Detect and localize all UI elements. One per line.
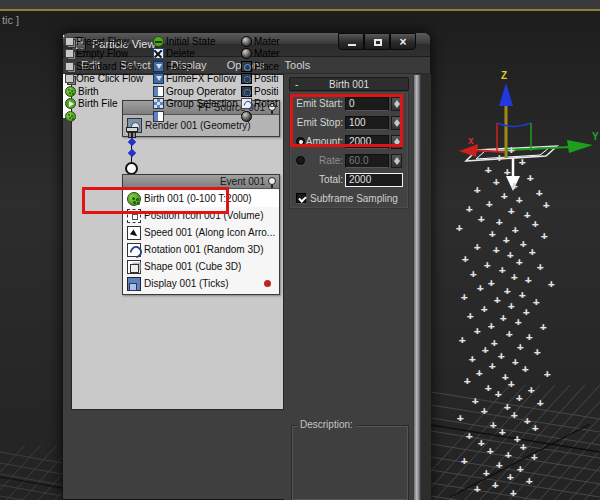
depot-item-clipped[interactable] [241,110,254,118]
depot-item-group-operator[interactable]: Group Operator [153,85,236,97]
operator-row-rotation[interactable]: Rotation 001 (Random 3D) [123,241,279,258]
rotation-icon [127,243,141,257]
flow-icon [65,37,74,46]
window-right-border [421,74,431,500]
birth-icon [65,111,76,119]
particle-tick: + [533,296,540,307]
depot-item-positi[interactable]: Positi [241,73,276,85]
particle-tick: + [506,328,513,339]
rate-field[interactable]: 60.0 [345,154,389,168]
depot-item-force[interactable]: Force [153,60,192,72]
operator-label: Rotation 001 (Random 3D) [144,244,264,255]
menu-tools[interactable]: Tools [275,59,321,71]
particle-tick: + [487,445,494,456]
depot-item-mater[interactable]: Mater [241,48,276,60]
particle-tick: + [501,190,508,201]
particle-tick: + [532,218,539,229]
particle-tick: + [525,274,532,285]
particle-tick: + [477,282,484,293]
birth-highlight-rectangle [82,187,229,214]
depot-item-delete[interactable]: Delete [153,48,195,60]
depot-item-positi[interactable]: Positi [241,85,276,97]
group-selection-icon [153,98,164,109]
particle-tick: + [517,463,524,474]
depot-item-empty-flow[interactable]: Empty Flow [65,48,128,60]
depot-item-label: Group Operator [166,86,236,97]
maximize-button[interactable] [364,33,390,50]
depot-item-label: Birth [78,86,99,97]
particle-tick: + [528,384,535,395]
particle-tick: + [481,303,488,314]
particle-tick: + [474,325,481,336]
particle-tick: + [461,455,468,466]
render-operator-row[interactable]: Render 001 (Geometry) [123,115,279,136]
depot-item-clipped[interactable] [153,110,166,118]
operator-label: Speed 001 (Along Icon Arro... [144,227,275,238]
particle-tick: + [486,198,493,209]
particle-tick: + [466,430,473,441]
group-operator-icon [153,86,164,97]
particle-tick: + [529,246,536,257]
particle-tick: + [512,224,519,235]
depot-item-label: FumeFX Follow [166,73,236,84]
total-field[interactable]: 2000 [345,173,403,187]
y-axis-arrow [567,140,593,153]
transform-gizmo[interactable]: Z x Y [459,70,599,158]
display-color-dot[interactable] [264,280,271,287]
flow-icon [65,49,74,58]
birth-rollout-header[interactable]: - Birth 001 [289,77,409,91]
z-axis-arrow [499,83,513,106]
particle-tick: + [490,419,497,430]
depot-item-birth[interactable]: Birth [65,85,99,97]
panel-scrollbar[interactable] [413,74,421,500]
operator-row-speed[interactable]: Speed 001 (Along Icon Arro... [123,224,279,241]
viewport-label[interactable]: tic ] [2,14,19,26]
window-controls: × [338,33,416,50]
depot-item-clipped[interactable] [65,110,78,118]
source-output-connector[interactable] [126,127,138,132]
particle-tick: + [493,244,500,255]
particle-tick: + [507,249,514,260]
close-button[interactable]: × [390,33,416,50]
depot-item-mater[interactable]: Mater [241,35,276,47]
particle-tick: + [531,451,538,462]
particle-tick: + [524,415,531,426]
particle-tick: + [488,277,495,288]
depot-item-label: Mater [254,48,276,59]
depot-item-group-selection[interactable]: Group Selection [153,98,238,110]
pf-source-icon[interactable] [466,146,557,191]
depot-item-place[interactable]: Place [241,60,276,72]
minimize-button[interactable] [338,33,364,50]
delete-icon [153,48,164,59]
operator-depot[interactable]: Preset FlowEmpty FlowStandard FlowOne Cl… [63,33,276,118]
particle-tick: + [459,334,466,345]
depot-item-birth-file[interactable]: Birth File [65,98,117,110]
subframe-checkbox[interactable] [296,193,306,203]
particle-tick: + [494,294,501,305]
event-display-canvas[interactable]: PF Source 001 Render 001 (Geometry) Even… [71,74,284,410]
material-icon [241,36,252,47]
depot-item-one-click-flow[interactable]: One Click Flow [65,73,143,85]
depot-item-standard-flow[interactable]: Standard Flow [65,60,140,72]
operator-label: Shape 001 (Cube 3D) [144,261,241,272]
particle-tick: + [478,437,485,448]
particle-tick: + [504,401,511,412]
particle-tick: + [491,337,498,348]
particle-tick: + [489,228,496,239]
initial-state-icon [153,36,164,47]
depot-item-rotat[interactable]: Rotat [241,98,276,110]
particle-tick: + [504,285,511,296]
particle-tick: + [504,166,511,177]
particle-tick: + [536,187,543,198]
description-box [291,425,409,500]
depot-item-label: Initial State [166,36,215,47]
depot-item-initial-state[interactable]: Initial State [153,35,215,47]
particle-tick: + [474,483,481,494]
enable-bulb-icon[interactable] [268,177,276,185]
particle-tick: + [466,203,473,214]
operator-row-display[interactable]: Display 001 (Ticks) [123,275,279,292]
depot-item-fumefx-follow[interactable]: FumeFX Follow [153,73,236,85]
operator-row-shape[interactable]: Shape 001 (Cube 3D) [123,258,279,275]
rate-spinner[interactable] [391,154,402,168]
depot-item-preset-flow[interactable]: Preset Flow [65,35,129,47]
